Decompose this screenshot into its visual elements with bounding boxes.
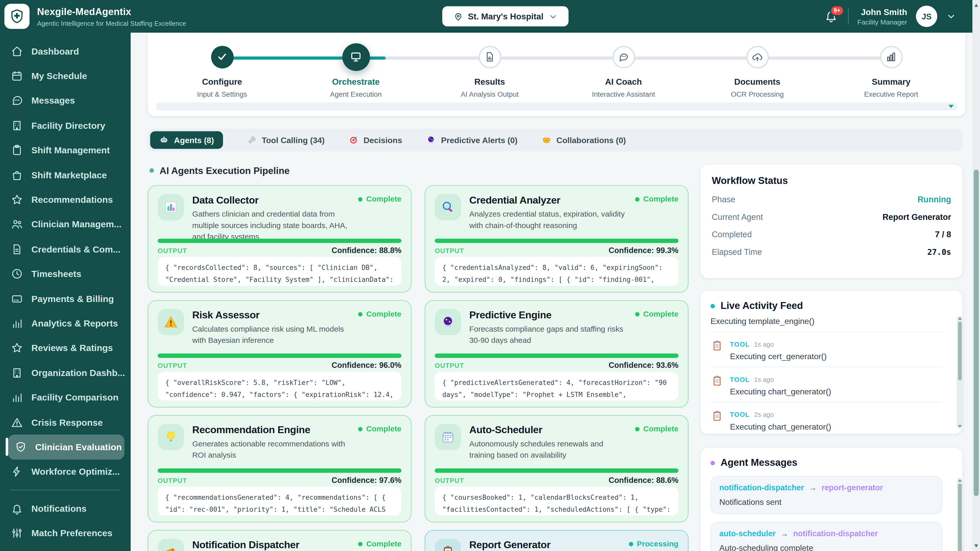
app-window: Nexgile-MedAgentix Agentic Intelligence … — [0, 0, 980, 551]
status-badge: Complete — [358, 310, 401, 318]
arrow-right-icon: → — [781, 529, 788, 538]
sidebar-item-analytics-reports[interactable]: Analytics & Reports — [0, 311, 130, 336]
step-sublabel: Input & Settings — [197, 90, 247, 98]
building-icon — [11, 367, 23, 379]
step-summary[interactable]: Summary Executive Report — [824, 38, 958, 98]
agent-card-data-collector: Data Collector Gathers clinician and cre… — [148, 185, 411, 292]
feed-scrollbar[interactable] — [957, 316, 963, 429]
sidebar-item-label: Dashboard — [32, 46, 79, 56]
feed-scrollbar-thumb[interactable] — [958, 321, 962, 380]
sidebar-item-label: Facility Comparison — [32, 392, 118, 403]
step-circle — [478, 45, 501, 68]
agent-description: Autonomously schedules renewals and trai… — [469, 439, 626, 462]
feed-time: 1s ago — [754, 340, 774, 348]
sidebar-item-organization-dashb[interactable]: Organization Dashb... — [0, 360, 130, 385]
agent-output-code: { "recordsCollected": 8, "sources": [ "C… — [158, 257, 401, 286]
step-name: Results — [474, 77, 505, 87]
sidebar-divider — [10, 490, 121, 490]
feed-text: Executing chart_generator() — [730, 422, 831, 431]
workflow-status-card: Workflow Status Phase Running Current Ag… — [700, 165, 963, 278]
status-text: Complete — [366, 310, 401, 318]
facility-selector[interactable]: St. Mary's Hospital — [442, 6, 569, 27]
status-text: Complete — [366, 195, 401, 203]
users-icon — [11, 218, 23, 230]
sidebar-item-payments-billing[interactable]: Payments & Billing — [0, 286, 130, 311]
elapsed-label: Elapsed Time — [712, 248, 762, 257]
header-right: 9+ John Smith Facility Manager JS — [824, 0, 956, 33]
sidebar-item-workforce-optimiz[interactable]: Workforce Optimiz... — [0, 459, 130, 484]
current-agent-label: Current Agent — [712, 212, 763, 222]
activity-feed-card: Live Activity Feed Executing template_en… — [700, 291, 963, 434]
notifications-button[interactable]: 9+ — [824, 9, 839, 24]
sidebar-item-label: Payments & Billing — [32, 294, 114, 303]
tab-tool-calling-34[interactable]: Tool Calling (34) — [247, 135, 325, 145]
activity-feed-list: Executing template_engine() TOOL1s ago E… — [711, 314, 953, 434]
confidence-value: Confidence: 88.6% — [609, 476, 679, 485]
scroll-down-icon — [974, 545, 978, 548]
messages-scrollbar-thumb[interactable] — [958, 483, 962, 551]
step-documents[interactable]: Documents OCR Processing — [690, 38, 824, 98]
sidebar-item-shift-marketplace[interactable]: Shift Marketplace — [0, 162, 130, 187]
status-badge: Complete — [635, 310, 679, 318]
sidebar-item-crisis-response[interactable]: Crisis Response — [0, 410, 130, 435]
step-orchestrate[interactable]: Orchestrate Agent Execution — [289, 38, 423, 98]
messages-scrollbar[interactable] — [957, 478, 963, 551]
page-scrollbar-thumb[interactable] — [974, 170, 979, 496]
megaphone-icon — [158, 539, 184, 551]
agent-output-code: { "overallRiskScore": 5.8, "riskTier": "… — [158, 372, 401, 400]
sidebar-item-clinician-evaluation[interactable]: Clinician Evaluation — [8, 435, 124, 459]
shield-cross-icon — [9, 8, 25, 24]
sidebar-item-messages[interactable]: Messages — [0, 89, 130, 113]
sidebar-item-settings[interactable]: Settings — [0, 546, 130, 551]
user-menu-chevron[interactable] — [946, 11, 956, 21]
page-scrollbar[interactable] — [972, 0, 980, 551]
bulb-icon — [158, 424, 184, 450]
output-label: OUTPUT — [434, 247, 464, 254]
tab-decisions[interactable]: Decisions — [348, 135, 402, 145]
sidebar-item-match-preferences[interactable]: Match Preferences — [0, 521, 130, 546]
tab-predictive-alerts-0[interactable]: Predictive Alerts (0) — [426, 135, 517, 145]
step-configure[interactable]: Configure Input & Settings — [155, 38, 289, 98]
notification-badge: 9+ — [830, 5, 844, 16]
collapsed-section[interactable] — [156, 102, 957, 110]
feed-tag: TOOL — [730, 340, 749, 348]
bolt-icon — [11, 465, 23, 478]
sidebar-item-dashboard[interactable]: Dashboard — [0, 39, 130, 64]
status-dot-icon — [628, 541, 633, 546]
step-ai-coach[interactable]: AI Coach Interactive Assistant — [557, 38, 690, 98]
tab-label: Decisions — [364, 135, 402, 144]
step-sublabel: Executive Report — [864, 90, 918, 98]
tab-collaborations-0[interactable]: Collaborations (0) — [541, 135, 626, 145]
star-icon — [11, 342, 23, 354]
building-icon — [11, 119, 23, 132]
sidebar-item-reviews-ratings[interactable]: Reviews & Ratings — [0, 336, 130, 360]
tab-bar: Agents (8) Tool Calling (34) Decisions P… — [148, 129, 963, 151]
sidebar-item-notifications[interactable]: Notifications — [0, 496, 130, 521]
agent-name: Recommendation Engine — [192, 424, 349, 436]
sidebar-item-my-schedule[interactable]: My Schedule — [0, 64, 130, 89]
status-badge: Complete — [358, 539, 401, 548]
sidebar-item-timesheets[interactable]: Timesheets — [0, 262, 130, 286]
sidebar-item-clinician-managem[interactable]: Clinician Managem... — [0, 212, 130, 237]
sidebar-item-label: Clinician Evaluation — [35, 442, 122, 452]
sidebar-item-shift-management[interactable]: Shift Management — [0, 138, 130, 162]
step-sublabel: Agent Execution — [330, 90, 382, 98]
avatar[interactable]: JS — [916, 6, 937, 27]
tab-agents-8[interactable]: Agents (8) — [150, 131, 223, 149]
sidebar-item-recommendations[interactable]: Recommendations — [0, 187, 130, 212]
step-results[interactable]: Results AI Analysis Output — [423, 38, 557, 98]
sidebar-item-label: Reviews & Ratings — [32, 343, 113, 353]
agent-name: Credential Analyzer — [469, 195, 626, 206]
step-circle — [880, 45, 902, 68]
agent-progress-bar — [434, 238, 678, 243]
star-icon — [11, 193, 23, 206]
agent-description: Analyzes credential status, expiration, … — [469, 209, 626, 232]
sliders-icon — [11, 527, 23, 539]
handshake-icon — [541, 135, 551, 145]
current-agent-value: Report Generator — [883, 212, 951, 222]
agent-description: Forecasts compliance gaps and staffing r… — [469, 324, 626, 346]
sidebar-item-credentials-com[interactable]: Credentials & Com... — [0, 237, 130, 262]
sidebar-item-facility-directory[interactable]: Facility Directory — [0, 113, 130, 138]
sidebar-item-facility-comparison[interactable]: Facility Comparison — [0, 385, 130, 410]
scroll-up-icon — [974, 4, 978, 7]
